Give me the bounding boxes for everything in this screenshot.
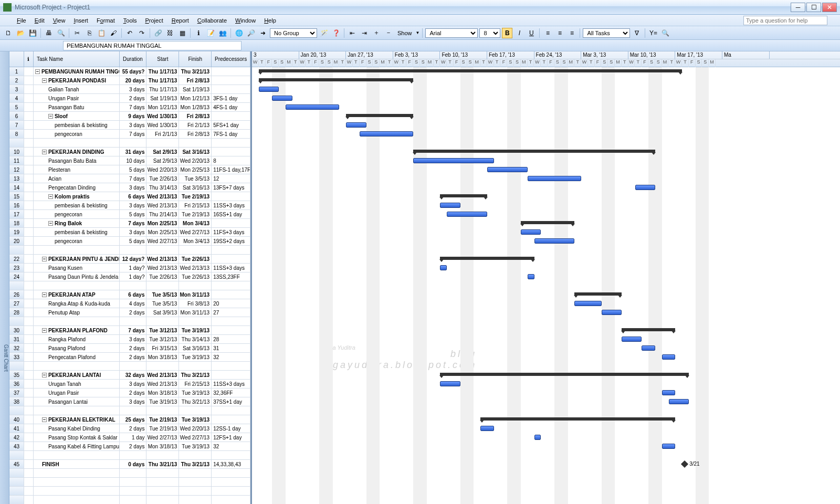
publish-icon[interactable]: 🌐 <box>234 28 244 38</box>
cell-entry[interactable]: PEMBANGUNAN RUMAH TINGGAL <box>63 41 242 50</box>
gantt-task-bar[interactable] <box>602 310 622 315</box>
column-header-finish[interactable]: Finish <box>179 51 212 67</box>
goto-icon[interactable]: ➜ <box>258 28 268 38</box>
link-icon[interactable]: 🔗 <box>153 28 163 38</box>
gantt-task-bar[interactable] <box>662 390 676 395</box>
gantt-task-bar[interactable] <box>272 96 292 101</box>
maximize-button[interactable]: ☐ <box>806 3 821 12</box>
redo-icon[interactable]: ↷ <box>136 28 147 38</box>
formula-icon[interactable]: Y= <box>648 28 658 38</box>
cut-icon[interactable]: ✂ <box>72 28 82 38</box>
table-row[interactable]: 27 Rangka Atap & Kuda-kuda 4 days Tue 3/… <box>9 299 250 308</box>
bold-icon[interactable]: B <box>502 28 512 38</box>
table-row[interactable]: 23 Pasang Kusen 1 day? Wed 2/13/13 Wed 2… <box>9 264 250 272</box>
gantt-milestone[interactable] <box>681 460 688 468</box>
gantt-task-bar[interactable] <box>440 203 460 208</box>
menu-view[interactable]: View <box>49 15 70 26</box>
gantt-task-bar[interactable] <box>259 87 279 92</box>
italic-icon[interactable]: I <box>514 28 524 38</box>
table-row[interactable]: 26 −PEKERJAAN ATAP 6 days Tue 3/5/13 Mon… <box>9 290 250 299</box>
table-row[interactable] <box>9 281 250 290</box>
open-icon[interactable]: 📂 <box>15 28 26 38</box>
underline-icon[interactable]: U <box>526 28 537 38</box>
table-row[interactable]: 3 Galian Tanah 3 days Thu 1/17/13 Sat 1/… <box>9 85 250 94</box>
gantt-summary-bar[interactable] <box>622 328 675 331</box>
print-icon[interactable]: 🖶 <box>44 28 54 38</box>
table-row[interactable]: 2 −PEKERJAAN PONDASI 20 days Thu 1/17/13… <box>9 76 250 85</box>
task-info-icon[interactable]: ℹ <box>193 28 204 38</box>
gantt-summary-bar[interactable] <box>346 114 413 117</box>
menu-tools[interactable]: Tools <box>119 15 141 26</box>
column-header-info[interactable]: ℹ <box>24 51 34 67</box>
table-row[interactable]: 6 −Sloof 9 days Wed 1/30/13 Fri 2/8/13 <box>9 112 250 121</box>
gantt-summary-bar[interactable] <box>440 257 534 260</box>
table-row[interactable]: 15 −Kolom praktis 6 days Wed 2/13/13 Tue… <box>9 192 250 201</box>
table-row[interactable]: 36 Urugan Tanah 3 days Wed 2/13/13 Fri 2… <box>9 380 250 388</box>
gantt-task-bar[interactable] <box>622 337 642 342</box>
table-row[interactable]: 30 −PEKERJAAN PLAFOND 7 days Tue 3/12/13… <box>9 326 250 335</box>
wizard-icon[interactable]: 🪄 <box>319 28 329 38</box>
table-row[interactable]: 4 Urugan Pasir 2 days Sat 1/19/13 Mon 1/… <box>9 94 250 103</box>
print-preview-icon[interactable]: 🔍 <box>56 28 66 38</box>
menu-help[interactable]: Help <box>260 15 280 26</box>
table-row[interactable]: 14 Pengecatan Dinding 3 days Thu 3/14/13… <box>9 183 250 192</box>
table-row[interactable]: 8 pengecoran 7 days Fri 2/1/13 Fri 2/8/1… <box>9 130 250 139</box>
zoom-selected-icon[interactable]: 🔍 <box>660 28 670 38</box>
table-row[interactable] <box>9 362 250 371</box>
group-selector[interactable]: No Group <box>270 28 317 38</box>
table-row[interactable]: 10 −PEKERJAAN DINDING 31 days Sat 2/9/13… <box>9 148 250 156</box>
table-row[interactable]: 32 Pasang Plafond 2 days Fri 3/15/13 Sat… <box>9 344 250 353</box>
table-row[interactable]: 33 Pengecatan Plafond 2 days Mon 3/18/13… <box>9 353 250 362</box>
menu-report[interactable]: Report <box>167 15 193 26</box>
show-button[interactable]: Show <box>395 30 414 36</box>
copy-icon[interactable]: ⎘ <box>84 28 94 38</box>
menu-window[interactable]: Window <box>231 15 260 26</box>
table-row[interactable]: 24 Pasang Daun Pintu & Jendela 1 day? Tu… <box>9 272 250 281</box>
table-row[interactable]: 7 pembesian & bekisting 3 days Wed 1/30/… <box>9 121 250 130</box>
gantt-task-bar[interactable] <box>534 435 541 440</box>
table-row[interactable]: 28 Penutup Atap 2 days Sat 3/9/13 Mon 3/… <box>9 308 250 317</box>
gantt-task-bar[interactable] <box>440 265 447 270</box>
table-row[interactable]: 11 Pasangan Batu Bata 10 days Sat 2/9/13… <box>9 156 250 165</box>
notes-icon[interactable]: 📝 <box>205 28 216 38</box>
gantt-task-bar[interactable] <box>286 104 339 110</box>
font-size-selector[interactable]: 8 <box>479 28 500 38</box>
gantt-summary-bar[interactable] <box>440 373 689 376</box>
table-row[interactable]: 40 −PEKERJAAN ELEKTRIKAL 25 days Tue 2/1… <box>9 415 250 424</box>
zoom-icon[interactable]: 🔎 <box>246 28 256 38</box>
menu-file[interactable]: File <box>13 15 30 26</box>
save-icon[interactable]: 💾 <box>27 28 38 38</box>
gantt-task-bar[interactable] <box>662 444 676 449</box>
new-icon[interactable]: 🗋 <box>3 28 14 38</box>
gantt-summary-bar[interactable] <box>521 221 574 224</box>
menu-format[interactable]: Format <box>92 15 119 26</box>
format-painter-icon[interactable]: 🖌 <box>108 28 119 38</box>
gantt-task-bar[interactable] <box>346 122 366 128</box>
table-row[interactable]: 37 Urugan Pasir 2 days Mon 3/18/13 Tue 3… <box>9 388 250 397</box>
gantt-task-bar[interactable] <box>487 167 528 172</box>
table-row[interactable]: 43 Pasang Kabel & Fitting Lampu 2 days M… <box>9 442 250 451</box>
gantt-task-bar[interactable] <box>447 212 487 217</box>
gantt-task-bar[interactable] <box>528 176 581 181</box>
menu-collaborate[interactable]: Collaborate <box>193 15 231 26</box>
table-row[interactable]: 35 −PEKERJAAN LANTAI 32 days Wed 2/13/13… <box>9 371 250 380</box>
outdent-icon[interactable]: ⇤ <box>347 28 358 38</box>
indent-icon[interactable]: ⇥ <box>359 28 370 38</box>
paste-icon[interactable]: 📋 <box>96 28 107 38</box>
column-header-duration[interactable]: Duration <box>120 51 147 67</box>
gantt-task-bar[interactable] <box>360 131 413 136</box>
table-row[interactable] <box>9 246 250 255</box>
table-row[interactable] <box>9 139 250 148</box>
gantt-summary-bar[interactable] <box>440 194 487 197</box>
menu-edit[interactable]: Edit <box>30 15 49 26</box>
gantt-task-bar[interactable] <box>662 354 676 360</box>
table-row[interactable]: 22 −PEKERJAAN PINTU & JENDELA 12 days? W… <box>9 255 250 264</box>
gantt-summary-bar[interactable] <box>574 292 622 296</box>
filter-selector[interactable]: All Tasks <box>583 28 630 38</box>
gantt-task-bar[interactable] <box>413 158 494 163</box>
table-row[interactable]: 16 pembesian & bekisting 3 days Wed 2/13… <box>9 201 250 210</box>
gantt-task-bar[interactable] <box>534 238 575 244</box>
table-row[interactable]: 45 FINISH 0 days Thu 3/21/13 Thu 3/21/13… <box>9 460 250 469</box>
table-row[interactable]: 19 pembesian & bekisting 3 days Mon 2/25… <box>9 228 250 237</box>
view-bar[interactable]: Gantt Chart <box>0 51 9 504</box>
